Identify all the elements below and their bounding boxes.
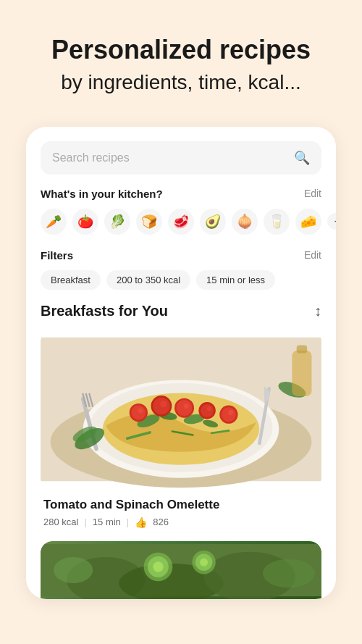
recipe-card-1[interactable]: Tomato and Spinach Omelette 280 kcal | 1… (41, 330, 321, 531)
recipes-section-header: Breakfasts for You ↕ (41, 303, 321, 319)
svg-rect-35 (292, 351, 311, 396)
recipe-likes: 826 (153, 517, 169, 527)
recipe-meta: 280 kcal | 15 min | 👍 826 (43, 517, 319, 528)
filter-tags: Breakfast 200 to 350 kcal 15 min or less (41, 270, 321, 290)
hero-subtitle: by ingredients, time, kcal... (22, 70, 340, 95)
filters-header: Filters Edit (41, 249, 321, 262)
svg-point-11 (138, 408, 143, 413)
ingredient-onion[interactable]: 🧅 (232, 209, 258, 235)
svg-point-48 (200, 559, 208, 566)
search-placeholder: Search recipes (52, 151, 294, 164)
svg-point-14 (160, 401, 167, 407)
recipes-section-title: Breakfasts for You (41, 303, 168, 319)
ingredient-cheese[interactable]: 🧀 (295, 209, 321, 235)
svg-point-17 (184, 403, 189, 409)
ingredient-bread[interactable]: 🍞 (136, 209, 162, 235)
svg-point-45 (153, 561, 163, 572)
ingredient-avocado[interactable]: 🥑 (200, 209, 226, 235)
svg-rect-36 (297, 346, 307, 354)
ingredient-tomato[interactable]: 🍅 (72, 209, 98, 235)
meta-divider-1: | (84, 517, 86, 527)
likes-icon: 👍 (135, 517, 147, 528)
recipe-kcal: 280 kcal (43, 517, 78, 527)
ingredients-row: 🥕 🍅 🥬 🍞 🥩 🥑 🧅 🥛 🧀 +12 (41, 209, 321, 235)
kitchen-title: What's in your kitchen? (41, 188, 163, 200)
recipe-info: Tomato and Spinach Omelette 280 kcal | 1… (41, 489, 321, 531)
svg-point-41 (54, 557, 93, 583)
filter-breakfast[interactable]: Breakfast (41, 270, 101, 290)
ingredients-more-badge[interactable]: +12 (327, 213, 336, 230)
ingredient-milk[interactable]: 🥛 (264, 209, 290, 235)
filter-kcal[interactable]: 200 to 350 kcal (106, 270, 190, 290)
svg-point-23 (228, 410, 233, 415)
svg-point-22 (222, 407, 236, 422)
svg-point-10 (131, 406, 146, 420)
filters-title: Filters (41, 249, 73, 262)
ingredient-carrot[interactable]: 🥕 (41, 209, 67, 235)
svg-point-20 (207, 406, 211, 411)
ingredient-meat[interactable]: 🥩 (168, 209, 194, 235)
recipe-time: 15 min (93, 517, 121, 527)
svg-point-19 (201, 404, 214, 417)
hero-section: Personalized recipes by ingredients, tim… (0, 0, 362, 112)
svg-point-42 (263, 559, 315, 588)
kitchen-header: What's in your kitchen? Edit (41, 188, 321, 200)
meta-divider-2: | (127, 517, 129, 527)
filters-edit-button[interactable]: Edit (304, 249, 321, 261)
bottom-preview-image (41, 541, 321, 599)
svg-point-16 (177, 400, 193, 416)
ingredient-greens[interactable]: 🥬 (104, 209, 130, 235)
search-bar[interactable]: Search recipes 🔍 (41, 141, 321, 175)
search-icon: 🔍 (294, 150, 310, 166)
recipe-image (41, 330, 321, 489)
filter-time[interactable]: 15 min or less (196, 270, 275, 290)
recipe-card-bottom[interactable] (41, 541, 321, 599)
recipe-name: Tomato and Spinach Omelette (43, 498, 319, 512)
sort-icon[interactable]: ↕ (314, 303, 321, 319)
kitchen-edit-button[interactable]: Edit (304, 188, 321, 199)
hero-title: Personalized recipes (22, 35, 340, 64)
app-card: Search recipes 🔍 What's in your kitchen?… (26, 127, 336, 599)
filters-section: Filters Edit Breakfast 200 to 350 kcal 1… (41, 249, 321, 290)
